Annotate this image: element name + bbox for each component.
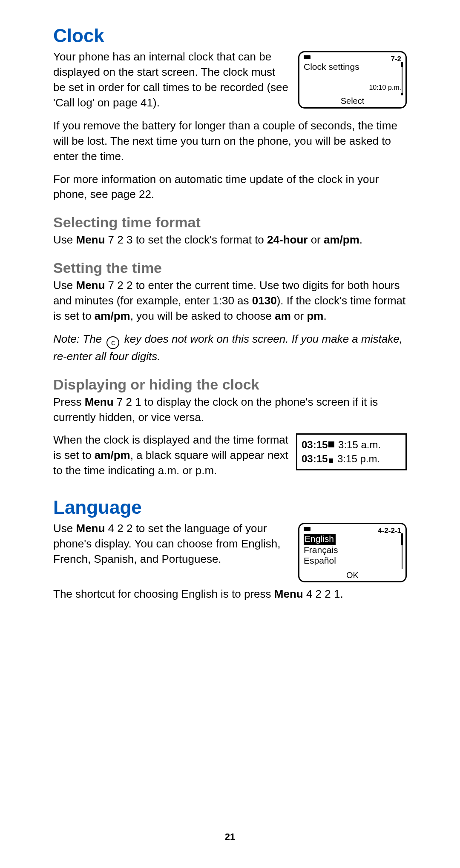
language-item-selected: English bbox=[304, 534, 336, 545]
language-list: English Français Español bbox=[304, 534, 401, 566]
battery-icon bbox=[304, 527, 310, 531]
c-key-icon: c bbox=[106, 336, 119, 349]
body-text: For more information on automatic time u… bbox=[53, 172, 407, 203]
screen-scrollbar bbox=[401, 533, 403, 569]
battery-icon bbox=[304, 55, 310, 59]
screen-time: 10:10 p.m. bbox=[304, 84, 401, 92]
body-text: Use Menu 7 2 3 to set the clock's format… bbox=[53, 232, 407, 248]
time-example-pm: 03:15 3:15 p.m. bbox=[302, 452, 401, 466]
section-title-language: Language bbox=[53, 497, 407, 518]
subsection-title-time-format: Selecting time format bbox=[53, 214, 407, 231]
pm-square-icon bbox=[329, 458, 333, 463]
body-text: The shortcut for choosing English is to … bbox=[53, 587, 407, 602]
phone-screen-clock-settings: 7-2 Clock settings 10:10 p.m. Select bbox=[298, 51, 407, 109]
softkey-ok: OK bbox=[299, 570, 405, 580]
menu-number: 7-2 bbox=[391, 55, 401, 63]
body-text: If you remove the battery for longer tha… bbox=[53, 118, 407, 164]
subsection-title-hide-clock: Displaying or hiding the clock bbox=[53, 376, 407, 393]
screen-title: Clock settings bbox=[304, 62, 401, 71]
section-title-clock: Clock bbox=[53, 26, 407, 46]
page-number: 21 bbox=[0, 831, 460, 842]
am-square-icon bbox=[328, 441, 334, 447]
softkey-select: Select bbox=[299, 96, 405, 106]
body-text: Press Menu 7 2 1 to display the clock on… bbox=[53, 395, 407, 425]
phone-screen-language: 4-2-2-1 English Français Español OK bbox=[298, 523, 407, 582]
body-text: Use Menu 7 2 2 to enter the current time… bbox=[53, 278, 407, 324]
subsection-title-set-time: Setting the time bbox=[53, 260, 407, 276]
screen-scrollbar bbox=[401, 62, 403, 95]
language-item: Español bbox=[304, 556, 336, 565]
menu-number: 4-2-2-1 bbox=[378, 527, 401, 535]
language-item: Français bbox=[304, 545, 338, 555]
time-example-am: 03:15 3:15 a.m. bbox=[302, 438, 401, 452]
time-indicator-example: 03:15 3:15 a.m. 03:15 3:15 p.m. bbox=[296, 433, 407, 470]
note-text: Note: The c key does not work on this sc… bbox=[53, 332, 407, 364]
